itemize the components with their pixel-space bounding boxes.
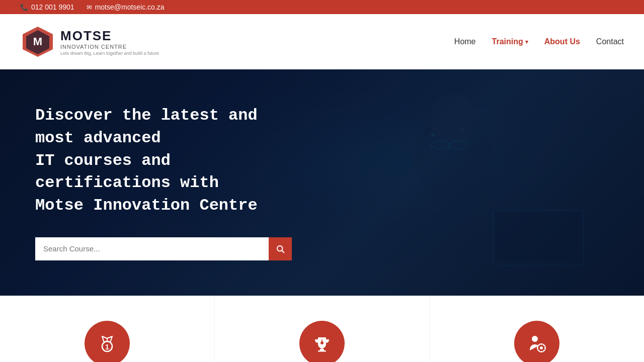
top-bar: 📞 012 001 9901 ✉ motse@motseic.co.za <box>0 0 644 14</box>
nav-training-label: Training <box>492 37 523 46</box>
nav-training[interactable]: Training ▾ <box>492 35 528 48</box>
phone-item: 📞 012 001 9901 <box>20 3 74 11</box>
chevron-down-icon: ▾ <box>525 39 528 45</box>
svg-point-42 <box>540 346 543 349</box>
phone-icon: 📞 <box>20 4 28 11</box>
search-icon <box>276 244 285 253</box>
logo-area: M MOTSE INNOVATION CENTRE Lets dream Big… <box>20 24 159 59</box>
phone-number: 012 001 9901 <box>31 3 74 11</box>
medal-icon: 1 <box>97 333 117 353</box>
search-input[interactable] <box>35 237 269 260</box>
svg-line-49 <box>538 350 539 351</box>
hero-title: Discover the latest and most advanced IT… <box>35 105 292 217</box>
nav-home[interactable]: Home <box>454 35 476 48</box>
cards-section: 1 Expert Instructors Our courses are led… <box>0 296 644 362</box>
logo-main-text: MOTSE <box>60 28 159 44</box>
logo-tagline-text: Lets dream Big, Learn together and build… <box>60 51 159 56</box>
nav-contact[interactable]: Contact <box>596 35 624 48</box>
svg-point-31 <box>277 246 283 251</box>
search-button[interactable] <box>269 237 292 260</box>
svg-text:1: 1 <box>105 343 109 351</box>
trophy-icon <box>312 333 332 353</box>
svg-line-47 <box>538 345 539 346</box>
svg-line-48 <box>543 350 544 351</box>
svg-line-32 <box>282 251 284 253</box>
svg-point-38 <box>320 341 324 344</box>
email-icon: ✉ <box>87 4 92 11</box>
card-instructors: 1 Expert Instructors Our courses are led… <box>0 296 215 362</box>
card-certifications: International-Recognized Certifications … <box>215 296 430 362</box>
nav-about[interactable]: About Us <box>544 35 580 48</box>
medal-icon-wrap: 1 <box>85 321 130 362</box>
svg-text:M: M <box>33 35 42 48</box>
svg-rect-36 <box>320 349 324 350</box>
hero-content: Discover the latest and most advanced IT… <box>0 105 327 260</box>
logo-text-area: MOTSE INNOVATION CENTRE Lets dream Big, … <box>60 28 159 56</box>
person-gear-icon <box>527 333 547 353</box>
logo-icon: M <box>20 24 55 59</box>
logo-sub-text: INNOVATION CENTRE <box>60 44 159 50</box>
person-gear-icon-wrap <box>514 321 559 362</box>
svg-line-50 <box>543 345 544 346</box>
header: M MOTSE INNOVATION CENTRE Lets dream Big… <box>0 14 644 69</box>
svg-rect-37 <box>318 350 326 352</box>
main-nav: Home Training ▾ About Us Contact <box>454 35 624 48</box>
hero-section: Discover the latest and most advanced IT… <box>0 69 644 296</box>
search-bar <box>35 237 292 260</box>
trophy-icon-wrap <box>299 321 345 362</box>
svg-point-40 <box>532 336 538 342</box>
card-handson: Hands-On Learning Experience Theory is e… <box>430 296 644 362</box>
email-address: motse@motseic.co.za <box>95 3 165 11</box>
email-item: ✉ motse@motseic.co.za <box>87 3 165 11</box>
